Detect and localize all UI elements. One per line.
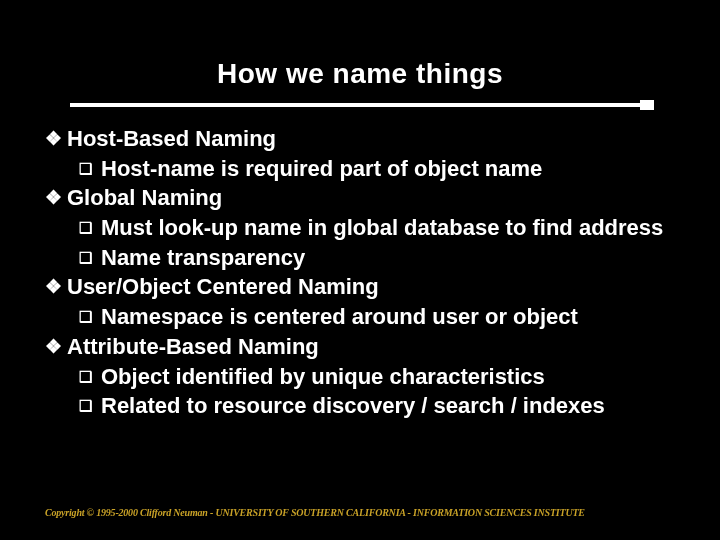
list-item-text: Must look-up name in global database to …	[101, 213, 690, 243]
list-item: ❖ Global Naming	[45, 183, 690, 213]
list-item: ❑ Namespace is centered around user or o…	[45, 302, 690, 332]
list-item-text: Name transparency	[101, 243, 690, 273]
list-item: ❑ Related to resource discovery / search…	[45, 391, 690, 421]
copyright-footer: Copyright © 1995-2000 Clifford Neuman - …	[45, 507, 585, 518]
list-item: ❖ Attribute-Based Naming	[45, 332, 690, 362]
rule-line	[70, 103, 650, 107]
list-item: ❑ Object identified by unique characteri…	[45, 362, 690, 392]
square-bullet-icon: ❑	[79, 213, 101, 242]
list-item: ❖ Host-Based Naming	[45, 124, 690, 154]
slide: How we name things ❖ Host-Based Naming ❑…	[0, 0, 720, 540]
square-bullet-icon: ❑	[79, 243, 101, 272]
list-item: ❖ User/Object Centered Naming	[45, 272, 690, 302]
list-item-text: Object identified by unique characterist…	[101, 362, 690, 392]
diamond-bullet-icon: ❖	[45, 272, 67, 301]
square-bullet-icon: ❑	[79, 391, 101, 420]
body: ❖ Host-Based Naming ❑ Host-name is requi…	[0, 110, 720, 421]
list-item-text: Namespace is centered around user or obj…	[101, 302, 690, 332]
list-item-text: User/Object Centered Naming	[67, 272, 690, 302]
list-item: ❑ Name transparency	[45, 243, 690, 273]
rule-endcap-icon	[640, 100, 654, 110]
title-rule	[70, 100, 650, 110]
diamond-bullet-icon: ❖	[45, 183, 67, 212]
list-item-text: Global Naming	[67, 183, 690, 213]
square-bullet-icon: ❑	[79, 154, 101, 183]
list-item-text: Host-name is required part of object nam…	[101, 154, 690, 184]
list-item-text: Related to resource discovery / search /…	[101, 391, 690, 421]
diamond-bullet-icon: ❖	[45, 332, 67, 361]
list-item-text: Host-Based Naming	[67, 124, 690, 154]
list-item: ❑ Must look-up name in global database t…	[45, 213, 690, 243]
page-title: How we name things	[217, 58, 503, 90]
title-wrap: How we name things	[0, 0, 720, 90]
list-item: ❑ Host-name is required part of object n…	[45, 154, 690, 184]
square-bullet-icon: ❑	[79, 302, 101, 331]
list-item-text: Attribute-Based Naming	[67, 332, 690, 362]
square-bullet-icon: ❑	[79, 362, 101, 391]
diamond-bullet-icon: ❖	[45, 124, 67, 153]
